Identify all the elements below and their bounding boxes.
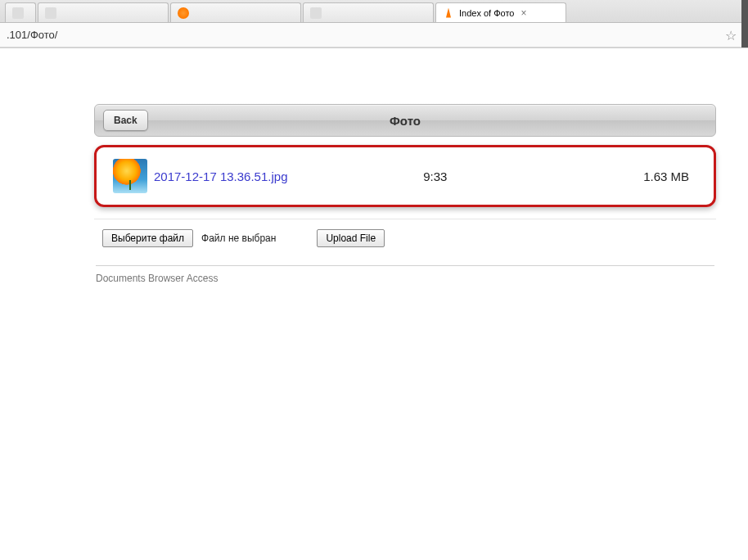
file-thumbnail-icon (113, 159, 147, 193)
star-icon[interactable]: ☆ (725, 28, 737, 43)
favicon-icon (12, 7, 24, 19)
close-icon[interactable]: × (520, 7, 526, 19)
directory-header: Back Фото (94, 104, 716, 137)
page-body: Back Фото 2017-12-17 13.36.51.jpg 9:33 1… (0, 48, 748, 284)
page-title: Фото (390, 114, 421, 128)
browser-chrome: Index of Фото × .101/Фото/ ☆ (0, 0, 748, 48)
divider (94, 219, 716, 219)
url-text: .101/Фото/ (7, 29, 57, 41)
footer: Documents Browser Access (94, 265, 716, 284)
upload-file-button[interactable]: Upload File (317, 229, 385, 247)
choose-file-button[interactable]: Выберите файл (102, 229, 193, 247)
highlighted-file-row: 2017-12-17 13.36.51.jpg 9:33 1.63 MB (94, 145, 716, 207)
window-edge (741, 0, 748, 47)
file-time: 9:33 (287, 169, 583, 183)
vlc-icon (443, 7, 454, 19)
tab-active[interactable]: Index of Фото × (435, 2, 566, 22)
tabstrip: Index of Фото × (0, 0, 748, 23)
back-button[interactable]: Back (103, 110, 148, 131)
divider (96, 265, 714, 266)
favicon-icon (310, 7, 322, 19)
tab-label: Index of Фото (459, 8, 514, 18)
tab-0[interactable] (5, 2, 36, 22)
upload-row: Выберите файл Файл не выбран Upload File (94, 229, 716, 247)
footer-text: Documents Browser Access (96, 273, 218, 284)
file-link[interactable]: 2017-12-17 13.36.51.jpg (154, 169, 287, 183)
address-bar[interactable]: .101/Фото/ ☆ (0, 23, 748, 47)
no-file-label: Файл не выбран (201, 233, 276, 244)
tab-2[interactable] (170, 2, 301, 22)
favicon-icon (45, 7, 56, 19)
favicon-icon (178, 7, 189, 19)
file-size: 1.63 MB (583, 169, 697, 183)
tab-3[interactable] (303, 2, 434, 22)
tab-1[interactable] (38, 2, 169, 22)
